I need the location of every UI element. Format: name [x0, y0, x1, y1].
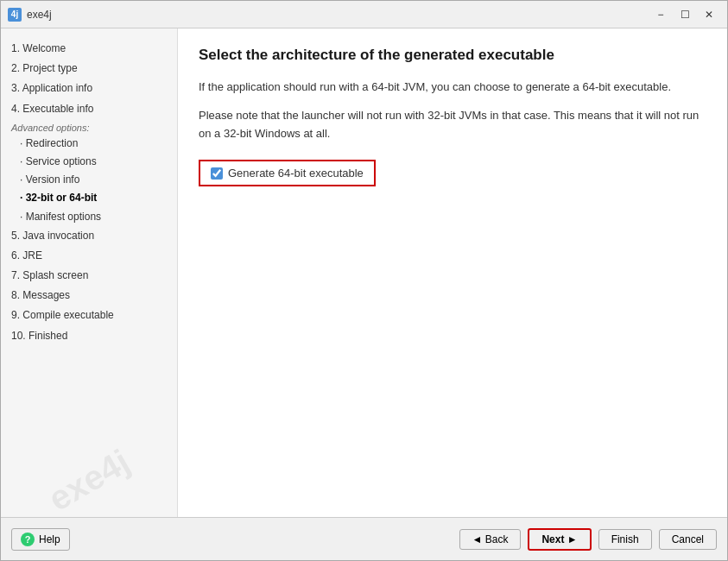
description-2: Please note that the launcher will not r… — [199, 107, 706, 143]
generate-64bit-label[interactable]: Generate 64-bit executable — [228, 167, 364, 180]
back-label: ◄ Back — [472, 533, 509, 545]
sidebar-item-compile-executable[interactable]: 9. Compile executable — [8, 306, 170, 325]
cancel-button[interactable]: Cancel — [659, 529, 717, 550]
sidebar-watermark: exe4j — [41, 442, 136, 517]
footer: ? Help ◄ Back Next ► Finish Cancel — [1, 517, 727, 560]
finish-button[interactable]: Finish — [598, 529, 652, 550]
help-icon: ? — [21, 533, 35, 546]
sidebar-item-service-options[interactable]: · Service options — [8, 153, 170, 171]
generate-64bit-container[interactable]: Generate 64-bit executable — [199, 160, 376, 186]
sidebar-item-splash-screen[interactable]: 7. Splash screen — [8, 266, 170, 286]
app-icon: 4j — [8, 8, 22, 22]
sidebar-item-jre[interactable]: 6. JRE — [8, 246, 170, 266]
sidebar-item-32bit-64bit[interactable]: · 32-bit or 64-bit — [8, 189, 170, 207]
close-button[interactable]: ✕ — [698, 6, 720, 23]
sidebar-item-project-type[interactable]: 2. Project type — [8, 59, 170, 79]
finish-label: Finish — [611, 533, 639, 545]
sidebar-item-executable-info[interactable]: 4. Executable info — [8, 99, 170, 119]
generate-64bit-checkbox[interactable] — [211, 167, 223, 180]
sidebar-item-version-info[interactable]: · Version info — [8, 171, 170, 189]
sidebar-item-welcome[interactable]: 1. Welcome — [8, 39, 170, 59]
main-window: 4j exe4j − ☐ ✕ 1. Welcome2. Project type… — [0, 0, 728, 561]
sidebar-item-application-info[interactable]: 3. Application info — [8, 79, 170, 98]
minimize-button[interactable]: − — [649, 6, 672, 23]
window-title: exe4j — [27, 9, 649, 21]
sidebar-item-redirection[interactable]: · Redirection — [8, 135, 170, 153]
maximize-button[interactable]: ☐ — [674, 6, 696, 23]
help-label: Help — [39, 533, 60, 545]
sidebar-item-finished[interactable]: 10. Finished — [8, 326, 170, 346]
main-panel: Select the architecture of the generated… — [178, 28, 727, 517]
nav-section-advanced-options-label: Advanced options: — [8, 119, 170, 135]
sidebar-item-java-invocation[interactable]: 5. Java invocation — [8, 226, 170, 246]
window-controls: − ☐ ✕ — [649, 6, 720, 23]
sidebar: 1. Welcome2. Project type3. Application … — [1, 28, 178, 517]
sidebar-item-messages[interactable]: 8. Messages — [8, 286, 170, 306]
title-bar: 4j exe4j − ☐ ✕ — [1, 1, 727, 28]
sidebar-item-manifest-options[interactable]: · Manifest options — [8, 208, 170, 226]
content-area: 1. Welcome2. Project type3. Application … — [1, 28, 727, 517]
back-button[interactable]: ◄ Back — [459, 529, 522, 550]
next-button[interactable]: Next ► — [528, 528, 591, 551]
next-label: Next ► — [541, 533, 577, 545]
help-button[interactable]: ? Help — [11, 528, 70, 551]
page-title: Select the architecture of the generated… — [199, 46, 706, 65]
cancel-label: Cancel — [672, 533, 704, 545]
description-1: If the application should run with a 64-… — [199, 79, 706, 97]
